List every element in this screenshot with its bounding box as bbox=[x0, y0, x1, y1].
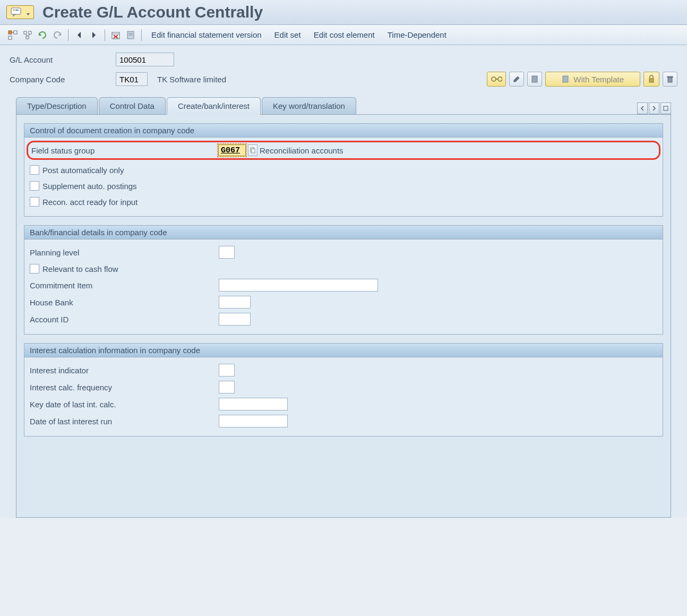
template-icon bbox=[562, 75, 569, 83]
house-bank-input[interactable] bbox=[219, 296, 251, 309]
svg-rect-24 bbox=[649, 79, 654, 82]
lock-icon bbox=[648, 75, 655, 83]
tab-container: Type/Description Control Data Create/ban… bbox=[0, 97, 687, 518]
title-bar: Create G/L Account Centrally bbox=[0, 0, 687, 25]
svg-point-20 bbox=[498, 77, 502, 81]
trash-icon bbox=[666, 75, 674, 83]
tab-control-data[interactable]: Control Data bbox=[99, 97, 166, 114]
separator bbox=[105, 29, 105, 41]
svg-rect-12 bbox=[112, 32, 119, 39]
svg-rect-29 bbox=[252, 149, 255, 153]
interest-indicator-label: Interest indicator bbox=[30, 366, 216, 375]
prev-icon[interactable] bbox=[73, 29, 85, 41]
svg-rect-9 bbox=[26, 36, 29, 39]
relevant-cashflow-label: Relevant to cash flow bbox=[42, 264, 118, 273]
pencil-icon bbox=[512, 75, 521, 83]
date-last-run-label: Date of last interest run bbox=[30, 417, 216, 426]
svg-line-11 bbox=[28, 34, 30, 36]
redo-icon[interactable] bbox=[51, 29, 64, 41]
group-interest-calc: Interest calculation information in comp… bbox=[24, 343, 663, 437]
edit-set-link[interactable]: Edit set bbox=[269, 28, 306, 41]
tab-scroll-left[interactable] bbox=[637, 102, 648, 114]
svg-rect-27 bbox=[664, 106, 668, 110]
time-dependent-link[interactable]: Time-Dependent bbox=[382, 28, 452, 41]
key-date-label: Key date of last int. calc. bbox=[30, 400, 216, 409]
account-id-input[interactable] bbox=[219, 313, 251, 326]
group-bank-financial: Bank/financial details in company code P… bbox=[24, 225, 663, 335]
document-icon[interactable] bbox=[124, 29, 137, 41]
post-auto-checkbox[interactable] bbox=[30, 165, 39, 175]
commitment-item-label: Commitment Item bbox=[30, 281, 216, 290]
delete-date-icon[interactable] bbox=[109, 29, 122, 41]
company-code-label: Company Code bbox=[10, 75, 110, 84]
interest-freq-label: Interest calc. frequency bbox=[30, 383, 216, 392]
supplement-label: Supplement auto. postings bbox=[42, 182, 137, 191]
with-template-button[interactable]: With Template bbox=[545, 72, 640, 87]
field-status-group-f4[interactable] bbox=[248, 144, 257, 156]
field-status-group-label: Field status group bbox=[31, 146, 217, 155]
app-toolbar: Edit financial statement version Edit se… bbox=[0, 25, 687, 45]
search-help-icon bbox=[250, 147, 255, 153]
tab-create-bank-interest[interactable]: Create/bank/interest bbox=[167, 97, 261, 115]
chevron-left-icon bbox=[640, 106, 645, 111]
next-icon[interactable] bbox=[88, 29, 100, 41]
svg-rect-8 bbox=[29, 31, 31, 34]
recon-ready-label: Recon. acct ready for input bbox=[42, 198, 138, 207]
house-bank-label: House Bank bbox=[30, 298, 216, 307]
svg-point-19 bbox=[492, 77, 496, 81]
speech-bubble-icon bbox=[10, 7, 25, 18]
recon-ready-checkbox[interactable] bbox=[30, 197, 39, 207]
key-date-input[interactable] bbox=[219, 398, 288, 410]
separator bbox=[141, 29, 142, 41]
group-control-document-header: Control of document creation in company … bbox=[24, 124, 663, 138]
group-bank-financial-header: Bank/financial details in company code bbox=[24, 226, 663, 239]
svg-rect-5 bbox=[8, 36, 12, 39]
app-icon[interactable] bbox=[6, 5, 34, 19]
planning-level-input[interactable] bbox=[219, 246, 235, 259]
edit-button[interactable] bbox=[509, 72, 524, 87]
company-code-input[interactable] bbox=[116, 72, 148, 86]
field-status-group-desc: Reconciliation accounts bbox=[260, 146, 344, 155]
tab-body: Control of document creation in company … bbox=[16, 114, 671, 518]
company-code-desc: TK Software limited bbox=[157, 75, 226, 84]
gl-account-label: G/L Account bbox=[10, 55, 110, 64]
svg-line-10 bbox=[25, 34, 28, 36]
header-area: G/L Account Company Code TK Software lim… bbox=[0, 45, 687, 97]
trash-button[interactable] bbox=[663, 72, 677, 87]
glasses-button[interactable] bbox=[487, 72, 506, 87]
hierarchy-icon[interactable] bbox=[6, 29, 19, 41]
tab-scroll-right[interactable] bbox=[649, 102, 659, 114]
tab-scroll bbox=[637, 102, 671, 114]
glasses-icon bbox=[491, 75, 502, 83]
post-auto-label: Post automatically only bbox=[42, 166, 124, 175]
svg-rect-22 bbox=[532, 76, 537, 82]
group-interest-calc-header: Interest calculation information in comp… bbox=[24, 344, 663, 357]
tab-list-button[interactable] bbox=[660, 102, 671, 114]
tab-type-description[interactable]: Type/Description bbox=[16, 97, 98, 114]
planning-level-label: Planning level bbox=[30, 248, 216, 257]
supplement-checkbox[interactable] bbox=[30, 181, 39, 191]
commitment-item-input[interactable] bbox=[219, 279, 378, 292]
list-icon bbox=[663, 106, 668, 111]
svg-rect-4 bbox=[14, 31, 17, 34]
lock-button[interactable] bbox=[643, 72, 659, 87]
field-status-group-highlight: Field status group Reconciliation accoun… bbox=[27, 141, 660, 160]
page-icon bbox=[530, 75, 539, 83]
relevant-cashflow-checkbox[interactable] bbox=[30, 264, 39, 273]
new-button[interactable] bbox=[527, 72, 542, 87]
tab-keyword-translation[interactable]: Key word/translation bbox=[262, 97, 356, 114]
structure-icon[interactable] bbox=[21, 29, 34, 41]
svg-rect-23 bbox=[563, 76, 568, 82]
tab-strip: Type/Description Control Data Create/ban… bbox=[16, 97, 671, 114]
undo-icon[interactable] bbox=[36, 29, 49, 41]
separator bbox=[68, 29, 68, 41]
edit-financial-statement-link[interactable]: Edit financial statement version bbox=[146, 28, 267, 41]
edit-cost-element-link[interactable]: Edit cost element bbox=[308, 28, 380, 41]
field-status-group-input[interactable] bbox=[218, 144, 246, 156]
chevron-right-icon bbox=[652, 106, 656, 111]
gl-account-input[interactable] bbox=[116, 53, 174, 66]
svg-rect-1 bbox=[13, 10, 15, 11]
date-last-run-input[interactable] bbox=[219, 415, 288, 427]
interest-indicator-input[interactable] bbox=[219, 364, 235, 377]
interest-freq-input[interactable] bbox=[219, 381, 235, 393]
